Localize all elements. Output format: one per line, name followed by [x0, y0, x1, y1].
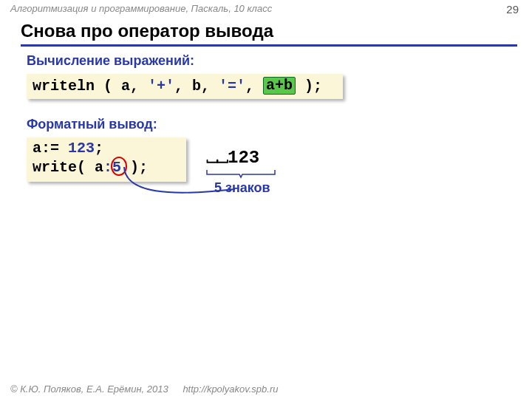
output-sample: ⎵⎵123 — [207, 148, 259, 168]
footer: © К.Ю. Поляков, Е.А. Ерёмин, 2013 http:/… — [10, 383, 278, 395]
output-value: 123 — [228, 148, 259, 168]
code-string: '+' — [148, 78, 174, 95]
code-string: '=' — [219, 78, 245, 95]
page-title: Снова про оператор вывода — [21, 21, 517, 47]
code-line-1: a:= 123; — [33, 139, 180, 158]
circled-number: 5 — [112, 158, 121, 177]
code-line-2: write( a:5 ); — [33, 158, 180, 177]
code-text: , b, — [174, 78, 219, 95]
code-text: , — [245, 78, 263, 95]
footer-url: http://kpolyakov.spb.ru — [183, 383, 278, 395]
section1-heading: Вычисление выражений: — [27, 53, 194, 69]
code-number: 5 — [112, 159, 121, 176]
code-text: writeln ( a, — [33, 78, 148, 95]
space-symbols: ⎵⎵ — [207, 148, 228, 168]
code-block-2: a:= 123; write( a:5 ); — [27, 137, 186, 182]
code-text: ); — [296, 78, 322, 95]
header-meta: Алгоритмизация и программирование, Паска… — [10, 3, 272, 14]
annotation-label: 5 знаков — [214, 180, 270, 196]
code-text: ; — [95, 140, 103, 157]
section2-heading: Форматный вывод: — [27, 117, 157, 132]
brace-icon — [205, 168, 279, 180]
code-number: 123 — [68, 140, 95, 157]
copyright: © К.Ю. Поляков, Е.А. Ерёмин, 2013 — [10, 383, 168, 395]
highlight-expression: a+b — [263, 77, 296, 95]
code-text: write( a — [33, 159, 103, 176]
code-text: a:= — [33, 140, 68, 157]
page-number: 29 — [506, 3, 519, 16]
code-block-1: writeln ( a, '+', b, '=', a+b ); — [27, 74, 343, 99]
